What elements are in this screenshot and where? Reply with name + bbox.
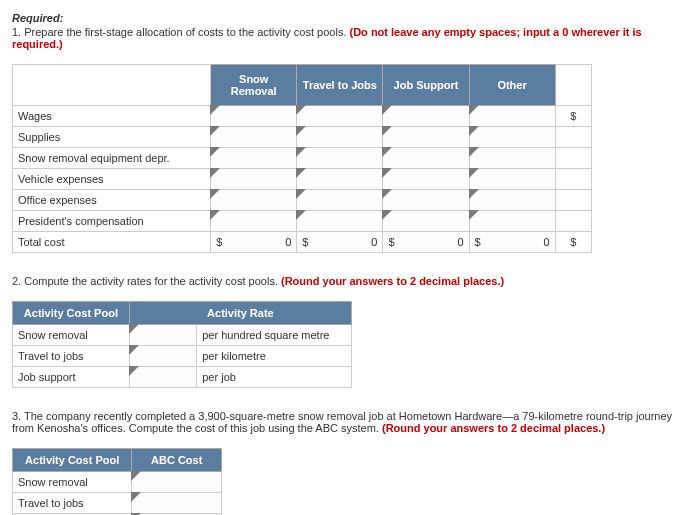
input-cell[interactable]	[129, 367, 196, 388]
input-cell[interactable]	[211, 106, 297, 127]
row-label-supplies: Supplies	[13, 127, 211, 148]
table-row: Job support per job	[13, 367, 352, 388]
col-header-rate: Activity Rate	[129, 302, 351, 325]
blank-header-right	[555, 65, 591, 106]
input-cell[interactable]	[469, 148, 555, 169]
dropdown-icon	[129, 324, 139, 334]
input-cell[interactable]	[129, 325, 196, 346]
input-cell[interactable]	[132, 493, 222, 514]
input-cell[interactable]	[211, 127, 297, 148]
currency-symbol: $	[302, 236, 308, 248]
col-header-pool: Activity Cost Pool	[13, 302, 130, 325]
total-value: 0	[457, 236, 463, 248]
blank-header	[13, 65, 211, 106]
input-cell[interactable]	[469, 127, 555, 148]
unit-label: per hundred square metre	[197, 325, 352, 346]
dropdown-icon	[210, 189, 220, 199]
input-cell[interactable]	[132, 472, 222, 493]
input-cell[interactable]	[129, 346, 196, 367]
col-header-abc: ABC Cost	[132, 449, 222, 472]
dropdown-icon	[131, 471, 141, 481]
col-header-job-support: Job Support	[383, 65, 469, 106]
table-header-row: Activity Cost Pool ABC Cost	[13, 449, 222, 472]
input-cell[interactable]	[469, 211, 555, 232]
input-cell[interactable]	[469, 169, 555, 190]
input-cell[interactable]	[383, 106, 469, 127]
total-cell: $0	[383, 232, 469, 253]
table-row: Supplies	[13, 127, 592, 148]
total-value: 0	[371, 236, 377, 248]
input-cell[interactable]	[383, 190, 469, 211]
table-row: Office expenses	[13, 190, 592, 211]
input-cell[interactable]	[211, 148, 297, 169]
dropdown-icon	[131, 492, 141, 502]
table-row: Snow removal	[13, 472, 222, 493]
dropdown-icon	[469, 168, 479, 178]
input-cell[interactable]	[297, 148, 383, 169]
row-label-vehicle: Vehicle expenses	[13, 169, 211, 190]
dropdown-icon	[210, 210, 220, 220]
dropdown-icon	[296, 147, 306, 157]
dropdown-icon	[469, 189, 479, 199]
total-value: 0	[285, 236, 291, 248]
abc-cost-table: Activity Cost Pool ABC Cost Snow removal…	[12, 448, 222, 515]
col-header-snow-removal: Snow Removal	[211, 65, 297, 106]
activity-rate-table: Activity Cost Pool Activity Rate Snow re…	[12, 301, 352, 388]
dropdown-icon	[469, 210, 479, 220]
currency-symbol: $	[216, 236, 222, 248]
input-cell[interactable]	[383, 169, 469, 190]
col-header-pool: Activity Cost Pool	[13, 449, 132, 472]
row-label: Snow removal	[13, 472, 132, 493]
currency-symbol: $	[555, 106, 591, 127]
dropdown-icon	[469, 105, 479, 115]
input-cell[interactable]	[469, 190, 555, 211]
input-cell[interactable]	[469, 106, 555, 127]
dropdown-icon	[296, 126, 306, 136]
q3-red-instruction: (Round your answers to 2 decimal places.…	[382, 422, 605, 434]
dropdown-icon	[382, 210, 392, 220]
table-row: Wages $	[13, 106, 592, 127]
total-cell: $0	[211, 232, 297, 253]
table-row-total: Total cost $0 $0 $0 $0 $	[13, 232, 592, 253]
input-cell[interactable]	[297, 127, 383, 148]
table-row: Vehicle expenses	[13, 169, 592, 190]
dropdown-icon	[382, 105, 392, 115]
currency-symbol: $	[475, 236, 481, 248]
q1-prefix: 1. Prepare the first-stage allocation of…	[12, 26, 350, 38]
blank-cell	[555, 148, 591, 169]
input-cell[interactable]	[297, 211, 383, 232]
input-cell[interactable]	[297, 106, 383, 127]
input-cell[interactable]	[383, 148, 469, 169]
unit-label: per kilometre	[197, 346, 352, 367]
input-cell[interactable]	[383, 127, 469, 148]
allocation-table: Snow Removal Travel to Jobs Job Support …	[12, 64, 592, 253]
blank-cell	[555, 190, 591, 211]
input-cell[interactable]	[383, 211, 469, 232]
input-cell[interactable]	[211, 169, 297, 190]
total-value: 0	[544, 236, 550, 248]
row-label-depr: Snow removal equipment depr.	[13, 148, 211, 169]
row-label-office: Office expenses	[13, 190, 211, 211]
input-cell[interactable]	[297, 169, 383, 190]
input-cell[interactable]	[297, 190, 383, 211]
dropdown-icon	[129, 366, 139, 376]
question-1-text: 1. Prepare the first-stage allocation of…	[12, 26, 688, 50]
input-cell[interactable]	[211, 190, 297, 211]
blank-cell	[555, 211, 591, 232]
dropdown-icon	[210, 105, 220, 115]
unit-label: per job	[197, 367, 352, 388]
currency-symbol: $	[555, 232, 591, 253]
dropdown-icon	[382, 147, 392, 157]
blank-cell	[555, 169, 591, 190]
required-heading: Required:	[12, 12, 688, 24]
table-header-row: Activity Cost Pool Activity Rate	[13, 302, 352, 325]
currency-symbol: $	[388, 236, 394, 248]
row-label: Travel to jobs	[13, 493, 132, 514]
input-cell[interactable]	[211, 211, 297, 232]
row-label-total: Total cost	[13, 232, 211, 253]
dropdown-icon	[210, 147, 220, 157]
table-row: Travel to jobs	[13, 493, 222, 514]
row-label: Job support	[13, 367, 130, 388]
dropdown-icon	[210, 168, 220, 178]
col-header-other: Other	[469, 65, 555, 106]
